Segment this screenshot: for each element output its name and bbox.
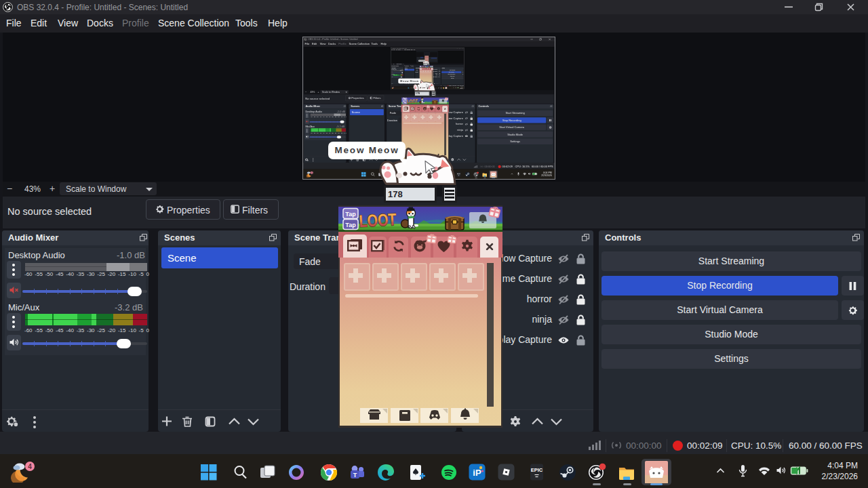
svg-text:4: 4 [28, 463, 32, 470]
svg-text:EPIC: EPIC [531, 467, 543, 473]
svg-text:Tap: Tap [403, 101, 407, 104]
svg-text:T: T [353, 472, 357, 479]
svg-text:Tap: Tap [345, 211, 356, 218]
svg-text:LOOT: LOOT [407, 98, 418, 104]
svg-text:Tap: Tap [403, 98, 407, 100]
svg-text:LOOT: LOOT [359, 209, 397, 230]
svg-text:Tap: Tap [345, 222, 356, 228]
